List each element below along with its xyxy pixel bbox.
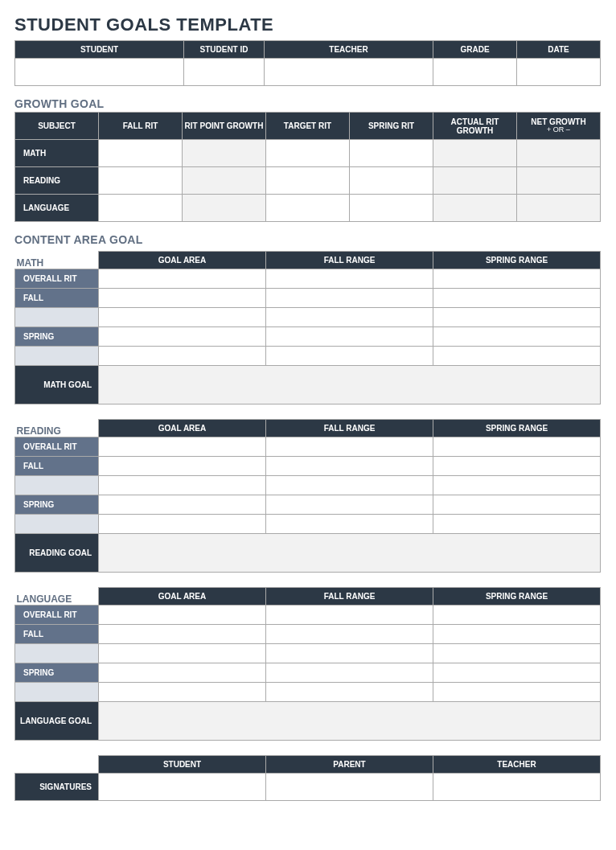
content-cell-language-fall-blank-1[interactable] — [266, 644, 433, 663]
content-cell-reading-fall-0[interactable] — [99, 457, 266, 476]
content-cell-language-spring-blank-2[interactable] — [433, 683, 601, 702]
student-input[interactable] — [15, 59, 184, 86]
content-cell-math-spring-1[interactable] — [266, 327, 433, 347]
content-cell-math-overall-1[interactable] — [266, 269, 433, 289]
content-rowhead-reading-spring: SPRING — [15, 495, 99, 515]
content-cell-language-spring-1[interactable] — [266, 663, 433, 683]
content-cell-math-spring-blank-0[interactable] — [99, 347, 266, 366]
growth-math-spring-rit[interactable] — [350, 140, 433, 167]
content-cell-reading-spring-0[interactable] — [99, 495, 266, 515]
content-row-reading-fall-blank — [15, 476, 601, 495]
content-cell-math-overall-2[interactable] — [433, 269, 601, 289]
growth-row-math-label: MATH — [15, 140, 99, 167]
content-cell-language-spring-blank-1[interactable] — [266, 683, 433, 702]
growth-math-actual-rit-growth[interactable] — [433, 140, 517, 167]
growth-math-fall-rit[interactable] — [99, 140, 183, 167]
growth-reading-rit-point-growth[interactable] — [183, 167, 266, 195]
content-cell-reading-overall-2[interactable] — [433, 437, 601, 457]
content-cell-math-fall-0[interactable] — [99, 289, 266, 308]
content-cell-reading-fall-blank-2[interactable] — [433, 476, 601, 495]
growth-reading-net-growth[interactable] — [517, 167, 601, 195]
growth-goal-table: SUBJECT FALL RIT RIT POINT GROWTH TARGET… — [14, 112, 601, 222]
signatures-header-teacher: TEACHER — [433, 756, 601, 774]
content-cell-reading-fall-2[interactable] — [433, 457, 601, 476]
content-table-math: MATHGOAL AREAFALL RANGESPRING RANGEOVERA… — [14, 251, 601, 404]
growth-language-actual-rit-growth[interactable] — [433, 195, 517, 222]
content-cell-math-spring-blank-1[interactable] — [266, 347, 433, 366]
growth-language-spring-rit[interactable] — [350, 195, 433, 222]
content-row-language-fall: FALL — [15, 625, 601, 644]
content-goal-label-language: LANGUAGE GOAL — [15, 702, 99, 741]
content-cell-language-spring-blank-0[interactable] — [99, 683, 266, 702]
growth-math-target-rit[interactable] — [266, 140, 350, 167]
content-cell-reading-fall-blank-1[interactable] — [266, 476, 433, 495]
content-cell-reading-overall-0[interactable] — [99, 437, 266, 457]
content-cell-math-fall-2[interactable] — [433, 289, 601, 308]
growth-header-subject: SUBJECT — [15, 113, 99, 140]
content-rowhead-reading-spring-blank — [15, 515, 99, 534]
content-row-math-fall: FALL — [15, 289, 601, 308]
info-header-date: DATE — [517, 41, 601, 59]
content-cell-language-overall-2[interactable] — [433, 606, 601, 625]
growth-row-math: MATH — [15, 140, 601, 167]
content-cell-language-overall-0[interactable] — [99, 606, 266, 625]
signature-teacher[interactable] — [433, 774, 601, 801]
growth-reading-spring-rit[interactable] — [350, 167, 433, 195]
info-header-student-id: STUDENT ID — [184, 41, 265, 59]
content-cell-math-spring-2[interactable] — [433, 327, 601, 347]
content-goal-label-reading: READING GOAL — [15, 534, 99, 573]
content-cell-math-fall-blank-1[interactable] — [266, 308, 433, 327]
growth-reading-fall-rit[interactable] — [99, 167, 183, 195]
growth-language-net-growth[interactable] — [517, 195, 601, 222]
content-cell-reading-fall-blank-0[interactable] — [99, 476, 266, 495]
content-header-math-0: GOAL AREA — [99, 252, 266, 269]
content-cell-language-spring-0[interactable] — [99, 663, 266, 683]
growth-language-target-rit[interactable] — [266, 195, 350, 222]
signature-student[interactable] — [99, 774, 266, 801]
content-cell-math-fall-blank-2[interactable] — [433, 308, 601, 327]
content-goal-cell-reading[interactable] — [99, 534, 601, 573]
content-header-math-2: SPRING RANGE — [433, 252, 601, 269]
content-goal-cell-language[interactable] — [99, 702, 601, 741]
teacher-input[interactable] — [265, 59, 433, 86]
content-cell-reading-spring-blank-2[interactable] — [433, 515, 601, 534]
content-cell-reading-spring-1[interactable] — [266, 495, 433, 515]
content-cell-math-overall-0[interactable] — [99, 269, 266, 289]
growth-reading-target-rit[interactable] — [266, 167, 350, 195]
content-cell-reading-spring-blank-0[interactable] — [99, 515, 266, 534]
content-cell-math-spring-0[interactable] — [99, 327, 266, 347]
content-cell-math-spring-blank-2[interactable] — [433, 347, 601, 366]
date-input[interactable] — [517, 59, 601, 86]
content-cell-reading-spring-blank-1[interactable] — [266, 515, 433, 534]
growth-header-spring-rit: SPRING RIT — [350, 113, 433, 140]
info-header-teacher: TEACHER — [265, 41, 433, 59]
content-subject-language: LANGUAGE — [15, 588, 99, 606]
content-header-reading-0: GOAL AREA — [99, 420, 266, 437]
growth-goal-heading: GROWTH GOAL — [14, 97, 602, 110]
content-cell-language-fall-1[interactable] — [266, 625, 433, 644]
content-cell-reading-overall-1[interactable] — [266, 437, 433, 457]
grade-input[interactable] — [433, 59, 517, 86]
content-rowhead-reading-fall: FALL — [15, 457, 99, 476]
content-row-reading-overall: OVERALL RIT — [15, 437, 601, 457]
content-cell-language-fall-blank-2[interactable] — [433, 644, 601, 663]
growth-reading-actual-rit-growth[interactable] — [433, 167, 517, 195]
content-goal-cell-math[interactable] — [99, 366, 601, 404]
content-cell-language-fall-0[interactable] — [99, 625, 266, 644]
growth-math-rit-point-growth[interactable] — [183, 140, 266, 167]
growth-language-fall-rit[interactable] — [99, 195, 183, 222]
content-cell-math-fall-1[interactable] — [266, 289, 433, 308]
content-row-reading-spring-blank — [15, 515, 601, 534]
content-cell-reading-spring-2[interactable] — [433, 495, 601, 515]
content-cell-language-overall-1[interactable] — [266, 606, 433, 625]
content-cell-language-fall-blank-0[interactable] — [99, 644, 266, 663]
growth-math-net-growth[interactable] — [517, 140, 601, 167]
content-cell-math-fall-blank-0[interactable] — [99, 308, 266, 327]
student-id-input[interactable] — [184, 59, 265, 86]
content-cell-language-fall-2[interactable] — [433, 625, 601, 644]
content-cell-reading-fall-1[interactable] — [266, 457, 433, 476]
content-rowhead-language-overall: OVERALL RIT — [15, 606, 99, 625]
content-cell-language-spring-2[interactable] — [433, 663, 601, 683]
growth-language-rit-point-growth[interactable] — [183, 195, 266, 222]
signature-parent[interactable] — [266, 774, 433, 801]
